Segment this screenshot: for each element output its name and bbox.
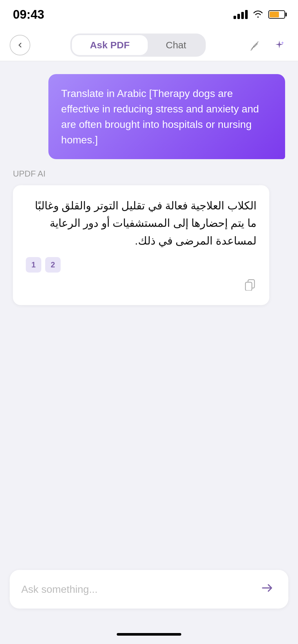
message-input-box[interactable]: Ask something...: [10, 570, 288, 609]
user-message-bubble: Translate in Arabic [Therapy dogs are ef…: [48, 74, 285, 159]
ai-reference-badges: 1 2: [26, 257, 256, 273]
ai-label: UPDF AI: [13, 169, 288, 179]
ai-response-bubble: الكلاب العلاجية فعالة في تقليل التوتر وا…: [13, 185, 269, 305]
chat-area: Translate in Arabic [Therapy dogs are ef…: [0, 61, 298, 563]
send-icon: [261, 582, 273, 597]
svg-rect-2: [245, 282, 252, 291]
back-button[interactable]: [10, 35, 30, 55]
svg-line-0: [251, 49, 252, 50]
nav-bar: Ask PDF Chat: [0, 29, 298, 61]
signal-bars-icon: [233, 10, 248, 19]
user-message-text: Translate in Arabic [Therapy dogs are ef…: [61, 88, 259, 146]
home-bar: [117, 633, 181, 636]
wifi-icon: [253, 9, 263, 20]
nav-actions: [246, 36, 288, 54]
ref-badge-1[interactable]: 1: [26, 257, 41, 273]
send-button[interactable]: [257, 580, 277, 599]
copy-icon: [243, 278, 256, 293]
broom-icon[interactable]: [246, 36, 264, 54]
tab-chat[interactable]: Chat: [148, 35, 204, 55]
status-time: 09:43: [13, 8, 44, 22]
status-icons: [233, 9, 285, 20]
status-bar: 09:43: [0, 0, 298, 29]
input-area: Ask something...: [0, 563, 298, 625]
ai-response-text: الكلاب العلاجية فعالة في تقليل التوتر وا…: [26, 197, 256, 249]
battery-icon: [268, 10, 285, 19]
home-indicator: [0, 625, 298, 644]
copy-button[interactable]: [26, 278, 256, 293]
input-placeholder: Ask something...: [21, 583, 98, 595]
tab-ask-pdf[interactable]: Ask PDF: [72, 35, 148, 55]
ref-badge-2[interactable]: 2: [45, 257, 61, 273]
tab-switcher: Ask PDF Chat: [70, 34, 206, 57]
sparkle-icon[interactable]: [270, 36, 288, 54]
